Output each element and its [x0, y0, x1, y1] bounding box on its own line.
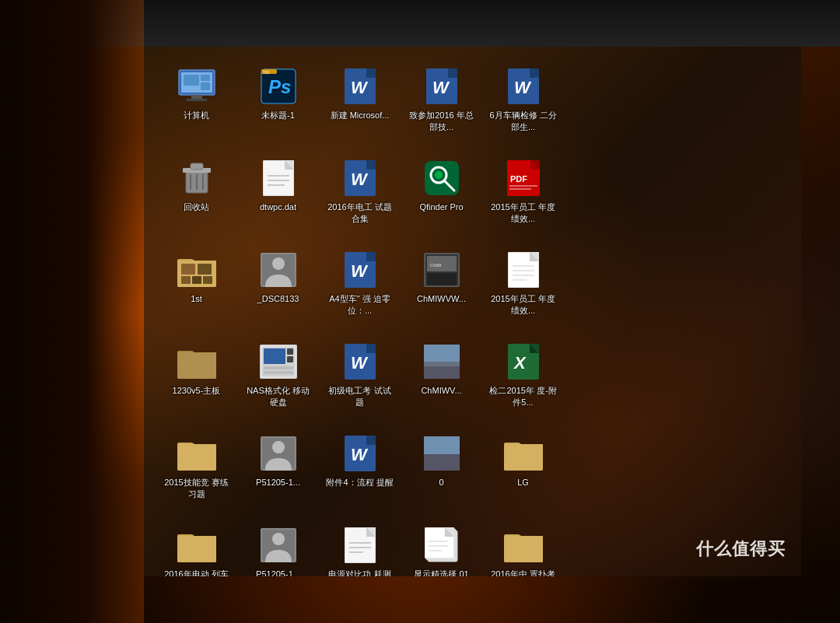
icon-label-chuji: 初级电工考 试试题: [326, 385, 394, 408]
svg-rect-53: [192, 276, 201, 284]
svg-text:W: W: [351, 353, 369, 373]
photoshop-icon: Ps 150: [259, 67, 298, 106]
excel-icon: X: [504, 342, 543, 381]
photo-cover-icon: ChMI: [422, 250, 461, 289]
icon-2016-notice[interactable]: W 致参加2016 年总部技...: [404, 62, 478, 148]
sfc-icon: [341, 526, 380, 565]
svg-rect-79: [264, 366, 293, 369]
icon-label-6yue: 6月车辆检修 二分部生...: [489, 110, 557, 133]
qfinder-icon: [422, 159, 461, 198]
svg-text:150: 150: [263, 70, 270, 75]
icon-label-nas: NAS格式化 移动硬盘: [244, 385, 312, 408]
icon-2015-jineng[interactable]: 2015技能竞 赛练习题: [159, 429, 233, 515]
icon-label-2015-yuangong2: 2015年员工 年度绩效...: [489, 293, 557, 317]
icon-new-word[interactable]: W 新建 Microsof...: [323, 62, 397, 148]
svg-rect-105: [424, 436, 460, 454]
watermark: 什么值得买: [696, 537, 786, 561]
icon-label-zero: 0: [439, 477, 443, 488]
icon-xianshi-jingxuan[interactable]: 显示精选择 01: [404, 521, 478, 576]
icon-jisuanji[interactable]: 计算机: [159, 62, 233, 148]
icon-2015-pdf[interactable]: PDF 2015年员工 年度绩效...: [486, 154, 560, 240]
word2-icon: W: [422, 67, 461, 106]
icon-fujian4[interactable]: W 附件4：流程 提醒: [323, 429, 397, 515]
word5-icon: W: [341, 250, 380, 289]
icon-jian2015[interactable]: X 检二2015年 度-附件5...: [486, 338, 560, 423]
svg-text:W: W: [351, 261, 369, 281]
icon-2016-diangong[interactable]: W 2016年电工 试题合集: [323, 154, 397, 240]
svg-rect-3: [187, 99, 207, 101]
icon-label-jian2015: 检二2015年 度-附件5...: [489, 385, 557, 408]
icon-dianyuan-sfc[interactable]: 电源对比功 耗测试.sfc: [323, 521, 397, 576]
icon-label-lg: LG: [517, 477, 529, 488]
svg-rect-80: [264, 371, 293, 374]
svg-text:PDF: PDF: [510, 174, 527, 184]
svg-point-108: [272, 533, 285, 545]
svg-point-97: [272, 441, 285, 453]
svg-point-43: [435, 171, 443, 179]
desktop: 计算机 Ps 150 未标题-1 W: [159, 62, 560, 576]
icon-2015-yuangong2[interactable]: 2015年员工 年度绩效...: [486, 246, 560, 331]
icon-chmiwv2[interactable]: ChMIWV...: [404, 338, 478, 423]
nas-icon: [259, 342, 298, 381]
icon-label-2016-notice: 致参加2016 年总部技...: [408, 110, 475, 133]
pdf-icon: PDF: [504, 159, 543, 198]
icon-label-dtwpc: dtwpc.dat: [260, 201, 296, 213]
svg-text:W: W: [432, 78, 450, 97]
icon-a4-che[interactable]: W A4型车" 强 迫零位：...: [323, 246, 397, 331]
photo-p51205-icon: [259, 434, 298, 473]
screen: 计算机 Ps 150 未标题-1 W: [144, 47, 801, 576]
icon-label-chmiwv2: ChMIWV...: [421, 385, 461, 397]
photo-zero-icon: [422, 434, 461, 473]
computer-icon: [177, 67, 216, 106]
icon-qfinder[interactable]: Qfinder Pro: [404, 154, 478, 240]
svg-rect-52: [181, 276, 191, 284]
icon-chuji-diangong[interactable]: W 初级电工考 试试题: [323, 338, 397, 423]
svg-text:X: X: [513, 353, 527, 373]
icon-p51205-2[interactable]: P51205-1...: [241, 521, 315, 576]
photo-p51205-2-icon: [259, 526, 298, 565]
icon-lg[interactable]: LG: [486, 429, 560, 515]
word7-icon: W: [341, 434, 380, 473]
icon-1230v5[interactable]: 1230v5-主板: [159, 338, 233, 423]
folder-zhongnian-icon: [504, 526, 543, 565]
svg-rect-77: [287, 348, 293, 355]
svg-text:Ps: Ps: [268, 76, 291, 97]
folder-1st-icon: [177, 250, 216, 289]
icon-2016-zhongnian[interactable]: 2016年中 置扑考试: [486, 521, 560, 576]
icon-label-2015-jineng: 2015技能竞 赛练习题: [163, 477, 230, 500]
svg-rect-4: [184, 75, 199, 86]
photo-dsc-icon: [259, 250, 298, 289]
recycle-bin-icon: [177, 159, 216, 198]
svg-rect-104: [424, 453, 460, 471]
icon-label-a4-che: A4型车" 强 迫零位：...: [326, 293, 394, 317]
icon-label-fujian4: 附件4：流程 提醒: [326, 477, 393, 488]
svg-rect-51: [198, 264, 212, 275]
icon-dsc8133[interactable]: _DSC8133: [241, 246, 315, 331]
icon-2016-diandong[interactable]: 2016年电动 列车电气...: [159, 521, 233, 576]
icon-label-2016-zhongnian: 2016年中 置扑考试: [489, 569, 557, 576]
icon-zero[interactable]: 0: [404, 429, 478, 515]
icon-recycle[interactable]: 回收站: [159, 154, 233, 240]
icon-1st[interactable]: 1st: [159, 246, 233, 331]
icon-dtwpc[interactable]: dtwpc.dat: [241, 154, 315, 240]
icon-p51205-1[interactable]: P51205-1...: [241, 429, 315, 515]
icon-chmiwvw[interactable]: ChMI ChMIWVW...: [404, 246, 478, 331]
folder-lg-icon: [504, 434, 543, 473]
icon-nas[interactable]: NAS格式化 移动硬盘: [241, 338, 315, 423]
icon-label-2016-diangong: 2016年电工 试题合集: [326, 201, 394, 225]
svg-rect-89: [424, 345, 460, 362]
svg-point-57: [272, 257, 285, 270]
monitor-bezel-left: [0, 0, 144, 623]
dat-file-icon: [259, 159, 298, 198]
svg-text:W: W: [514, 78, 532, 97]
icon-6yue-che[interactable]: W 6月车辆检修 二分部生...: [486, 62, 560, 148]
icon-label-qfinder: Qfinder Pro: [419, 201, 463, 213]
icon-ps[interactable]: Ps 150 未标题-1: [241, 62, 315, 148]
icon-label-dianyuan-sfc: 电源对比功 耗测试.sfc: [326, 569, 394, 576]
svg-text:W: W: [351, 78, 369, 97]
svg-rect-2: [191, 95, 202, 99]
svg-text:W: W: [351, 445, 369, 464]
icon-label-dsc: _DSC8133: [257, 293, 299, 305]
icon-label-p51205-2: P51205-1...: [256, 569, 300, 576]
icon-label-ps: 未标题-1: [261, 110, 295, 121]
